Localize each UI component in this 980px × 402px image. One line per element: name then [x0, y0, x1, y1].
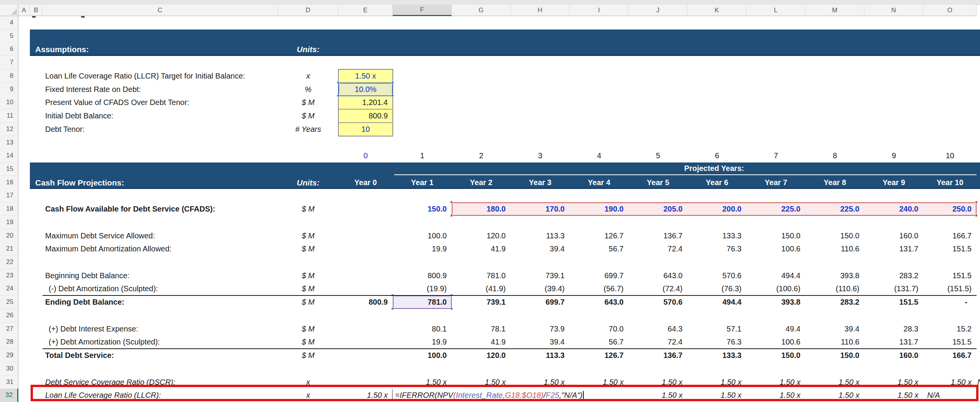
cell-H23[interactable]: 739.1 [511, 269, 570, 282]
cell-L20[interactable]: 150.0 [746, 229, 805, 243]
cell-G24[interactable]: (41.9) [452, 282, 511, 295]
cell-L21[interactable]: 100.6 [746, 242, 805, 256]
row-unit-25[interactable]: $ M [278, 295, 338, 309]
row-header-29[interactable]: 29 [0, 349, 18, 362]
cell-K29[interactable]: 133.3 [688, 349, 746, 362]
cell-H28[interactable]: 39.4 [511, 335, 570, 349]
cell-I31[interactable]: 1.50 x [570, 376, 629, 389]
row-label-29[interactable]: Total Debt Service: [45, 349, 114, 362]
cell-G31[interactable]: 1.50 x [452, 376, 511, 389]
period-number-J14[interactable]: 5 [629, 149, 688, 162]
row-header-5[interactable]: 5 [0, 30, 18, 43]
column-header-G[interactable]: G [452, 5, 511, 16]
cell-J32[interactable]: 1.50 x [629, 389, 688, 402]
period-number-M14[interactable]: 8 [805, 149, 864, 162]
cell-M25[interactable]: 283.2 [805, 295, 864, 309]
cell-N24[interactable]: (131.7) [864, 282, 923, 295]
column-header-J[interactable]: J [629, 5, 688, 16]
column-header-H[interactable]: H [511, 5, 570, 16]
row-unit-21[interactable]: $ M [278, 242, 338, 256]
row-header-4[interactable]: 4 [0, 16, 18, 30]
row-label-31[interactable]: Debt Service Coverage Ratio (DSCR): [45, 376, 175, 389]
row-header-9[interactable]: 9 [0, 83, 18, 96]
row-header-19[interactable]: 19 [0, 216, 18, 229]
cell-H27[interactable]: 73.9 [511, 322, 570, 336]
assumptions-units-header[interactable]: Units: [278, 43, 338, 56]
column-header-B[interactable]: B [30, 5, 42, 16]
cell-E25[interactable]: 800.9 [338, 295, 393, 309]
assumption-unit-row9[interactable]: % [278, 83, 338, 96]
cell-H21[interactable]: 39.4 [511, 242, 570, 256]
row-label-28[interactable]: (+) Debt Amortization (Sculpted): [49, 335, 160, 349]
row-label-24[interactable]: (-) Debt Amortization (Sculpted): [49, 282, 158, 295]
year-header-N16[interactable]: Year 9 [864, 176, 923, 189]
cell-G25[interactable]: 739.1 [452, 295, 511, 309]
cell-M23[interactable]: 393.8 [805, 269, 864, 282]
period-number-E14[interactable]: 0 [338, 149, 393, 162]
cell-K25[interactable]: 494.4 [688, 295, 746, 309]
cell-G21[interactable]: 41.9 [452, 242, 511, 256]
cell-N21[interactable]: 131.7 [864, 242, 923, 256]
cell-H18[interactable]: 170.0 [511, 202, 570, 216]
assumption-input-cell-row8[interactable]: 1.50 x [338, 69, 393, 83]
row-unit-28[interactable]: $ M [278, 335, 338, 349]
assumption-label-row12[interactable]: Debt Tenor: [45, 123, 85, 136]
row-header-28[interactable]: 28 [0, 335, 18, 349]
cell-L23[interactable]: 494.4 [746, 269, 805, 282]
cell-K32[interactable]: 1.50 x [688, 389, 746, 402]
row-header-16[interactable]: 16 [0, 176, 18, 189]
cell-I23[interactable]: 699.7 [570, 269, 629, 282]
column-header-C[interactable]: C [42, 5, 278, 16]
cell-L24[interactable]: (100.6) [746, 282, 805, 295]
column-header-F[interactable]: F [393, 5, 452, 16]
cell-H29[interactable]: 113.3 [511, 349, 570, 362]
cell-L25[interactable]: 393.8 [746, 295, 805, 309]
year-header-E16[interactable]: Year 0 [338, 176, 393, 189]
cell-N31[interactable]: 1.50 x [864, 376, 923, 389]
cell-F28[interactable]: 19.9 [393, 335, 452, 349]
year-header-H16[interactable]: Year 3 [511, 176, 570, 189]
row-header-11[interactable]: 11 [0, 109, 18, 123]
cell-O23[interactable]: 151.5 [923, 269, 977, 282]
cell-J24[interactable]: (72.4) [629, 282, 688, 295]
cell-O32[interactable]: N/A [923, 389, 977, 402]
cell-G23[interactable]: 781.0 [452, 269, 511, 282]
cell-I18[interactable]: 190.0 [570, 202, 629, 216]
cell-L32[interactable]: 1.50 x [746, 389, 805, 402]
row-header-23[interactable]: 23 [0, 269, 18, 282]
cell-N20[interactable]: 160.0 [864, 229, 923, 243]
cell-F18[interactable]: 150.0 [393, 202, 452, 216]
column-header-M[interactable]: M [805, 5, 864, 16]
row-unit-31[interactable]: x [278, 376, 338, 389]
year-header-G16[interactable]: Year 2 [452, 176, 511, 189]
cell-N28[interactable]: 131.7 [864, 335, 923, 349]
cell-L18[interactable]: 225.0 [746, 202, 805, 216]
row-label-23[interactable]: Beginning Debt Balance: [45, 269, 129, 282]
cell-L29[interactable]: 150.0 [746, 349, 805, 362]
cell-J29[interactable]: 136.7 [629, 349, 688, 362]
row-header-21[interactable]: 21 [0, 242, 18, 256]
row-header-31[interactable]: 31 [0, 376, 18, 389]
cell-G29[interactable]: 120.0 [452, 349, 511, 362]
cell-I21[interactable]: 56.7 [570, 242, 629, 256]
select-all-corner[interactable] [0, 5, 18, 16]
cell-K24[interactable]: (76.3) [688, 282, 746, 295]
row-header-14[interactable]: 14 [0, 149, 18, 162]
assumption-label-row8[interactable]: Loan Life Coverage Ratio (LLCR) Target f… [45, 69, 245, 83]
cell-M32[interactable]: 1.50 x [805, 389, 864, 402]
cell-O31[interactable]: 1.50 x [923, 376, 977, 389]
row-label-21[interactable]: Maximum Debt Amortization Allowed: [45, 242, 172, 256]
row-label-20[interactable]: Maximum Debt Service Allowed: [45, 229, 155, 243]
assumption-input-cell-row10[interactable]: 1,201.4 [338, 96, 393, 109]
row-header-30[interactable]: 30 [0, 362, 18, 376]
year-header-I16[interactable]: Year 4 [570, 176, 629, 189]
cell-K21[interactable]: 76.3 [688, 242, 746, 256]
cell-I25[interactable]: 643.0 [570, 295, 629, 309]
projections-units-header[interactable]: Units: [278, 176, 338, 189]
column-header-I[interactable]: I [570, 5, 629, 16]
cell-F27[interactable]: 80.1 [393, 322, 452, 336]
assumption-input-cell-row12[interactable]: 10 [338, 123, 393, 136]
cell-E32[interactable]: 1.50 x [338, 389, 393, 402]
column-header-D[interactable]: D [278, 5, 338, 16]
assumption-label-row11[interactable]: Initial Debt Balance: [45, 109, 113, 123]
